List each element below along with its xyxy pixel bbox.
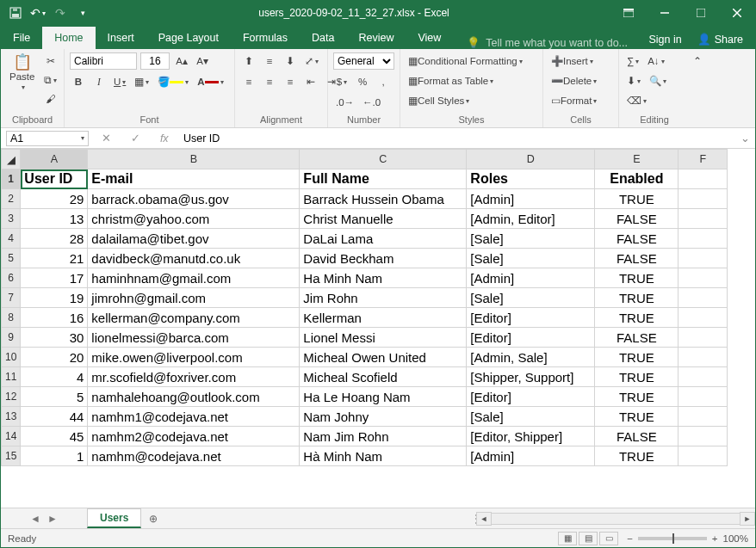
sheet-tab-users[interactable]: Users (87, 508, 141, 528)
cell[interactable]: lionelmessi@barca.com (88, 328, 300, 348)
cell[interactable] (679, 268, 728, 288)
tab-home[interactable]: Home (42, 27, 95, 49)
cell[interactable] (679, 427, 728, 446)
italic-button[interactable]: I (90, 73, 108, 90)
align-top-button[interactable]: ⬆ (240, 52, 257, 70)
cell[interactable]: DaLai Lama (300, 229, 467, 249)
increase-font-button[interactable]: A▴ (173, 52, 190, 70)
paste-button[interactable]: 📋 Paste ▾ (6, 52, 38, 93)
cell[interactable]: Christ Manuelle (300, 209, 467, 229)
row-header[interactable]: 14 (2, 427, 21, 446)
cell[interactable]: 45 (21, 427, 88, 446)
cell[interactable]: mike.owen@liverpool.com (88, 348, 300, 367)
cell[interactable]: Kellerman (300, 308, 467, 328)
cell[interactable]: TRUE (595, 308, 679, 328)
cell[interactable]: 5 (21, 387, 88, 407)
cancel-formula-button[interactable]: ✕ (96, 132, 116, 145)
cell[interactable]: [Sale] (467, 288, 595, 308)
scroll-right-button[interactable]: ► (740, 512, 755, 526)
cell[interactable]: [Sale] (467, 407, 595, 427)
page-break-view-button[interactable]: ▭ (599, 532, 618, 545)
cell[interactable]: 4 (21, 367, 88, 387)
cell[interactable]: Nam Jim Rohn (300, 427, 467, 446)
cell[interactable]: FALSE (595, 328, 679, 348)
cell[interactable] (679, 169, 728, 189)
cell[interactable]: jimrohn@gmail.com (88, 288, 300, 308)
cell[interactable]: mr.scofield@foxriver.com (88, 367, 300, 387)
cell[interactable]: 44 (21, 407, 88, 427)
cell[interactable]: namhm1@codejava.net (88, 407, 300, 427)
enter-formula-button[interactable]: ✓ (126, 132, 146, 145)
cell[interactable]: TRUE (595, 189, 679, 209)
cell[interactable]: 21 (21, 249, 88, 268)
fill-button[interactable]: ⬇▾ (624, 72, 643, 89)
cell[interactable]: David Beckham (300, 249, 467, 268)
row-header[interactable]: 4 (2, 229, 21, 249)
cell-styles-button[interactable]: ▦ Cell Styles▾ (406, 92, 542, 109)
format-cells-button[interactable]: ▭ Format▾ (548, 92, 617, 109)
cell[interactable]: [Editor] (467, 387, 595, 407)
cell[interactable]: [Admin, Sale] (467, 348, 595, 367)
insert-cells-button[interactable]: ➕ Insert▾ (548, 52, 617, 70)
autosum-button[interactable]: ∑▾ (624, 52, 641, 70)
cell[interactable]: 17 (21, 268, 88, 288)
align-bottom-button[interactable]: ⬇ (282, 52, 299, 70)
collapse-ribbon-button[interactable]: ⌃ (689, 52, 706, 70)
col-header-D[interactable]: D (467, 150, 595, 169)
cell[interactable] (679, 308, 728, 328)
formula-input[interactable]: User ID (178, 132, 735, 145)
cell[interactable]: 20 (21, 348, 88, 367)
row-header[interactable]: 1 (2, 169, 21, 189)
cell[interactable]: namhalehoang@outlook.com (88, 387, 300, 407)
cell[interactable]: FALSE (595, 427, 679, 446)
decrease-font-button[interactable]: A▾ (194, 52, 211, 70)
cell[interactable]: Micheal Scofield (300, 367, 467, 387)
tab-page-layout[interactable]: Page Layout (146, 27, 231, 49)
cell[interactable]: TRUE (595, 407, 679, 427)
conditional-formatting-button[interactable]: ▦ Conditional Formatting▾ (406, 52, 542, 70)
bold-button[interactable]: B (70, 73, 87, 90)
cell[interactable]: Ha Le Hoang Nam (300, 387, 467, 407)
expand-formula-bar-button[interactable]: ⌄ (735, 132, 755, 145)
find-select-button[interactable]: 🔍▾ (647, 72, 669, 89)
cell[interactable]: 28 (21, 229, 88, 249)
col-header-A[interactable]: A (21, 150, 88, 169)
cell[interactable]: 29 (21, 189, 88, 209)
cell[interactable] (679, 288, 728, 308)
undo-icon[interactable]: ↶▾ (30, 5, 46, 21)
cell[interactable]: [Editor] (467, 328, 595, 348)
cell[interactable]: [Admin] (467, 268, 595, 288)
cell[interactable]: FALSE (595, 249, 679, 268)
cell[interactable]: FALSE (595, 229, 679, 249)
name-box[interactable]: A1▾ (6, 131, 89, 146)
cell[interactable]: TRUE (595, 288, 679, 308)
align-left-button[interactable]: ≡ (240, 73, 257, 90)
new-sheet-button[interactable]: ⊕ (141, 508, 165, 528)
tab-file[interactable]: File (1, 27, 42, 49)
row-header[interactable]: 15 (2, 446, 21, 466)
sheet-nav-next-icon[interactable]: ► (47, 513, 58, 525)
cell[interactable]: TRUE (595, 367, 679, 387)
close-icon[interactable] (719, 1, 755, 25)
cell[interactable]: Nam Johny (300, 407, 467, 427)
cell[interactable]: Barrack Hussein Obama (300, 189, 467, 209)
row-header[interactable]: 6 (2, 268, 21, 288)
qat-customize-icon[interactable]: ▾ (75, 5, 90, 21)
comma-button[interactable]: , (375, 73, 392, 90)
cell[interactable]: 30 (21, 328, 88, 348)
normal-view-button[interactable]: ▦ (558, 532, 577, 545)
cell[interactable] (679, 189, 728, 209)
col-header-F[interactable]: F (679, 150, 728, 169)
fx-button[interactable]: fx (155, 132, 174, 145)
font-name-input[interactable] (70, 52, 137, 70)
col-header-C[interactable]: C (300, 150, 467, 169)
cell[interactable] (679, 387, 728, 407)
cell[interactable]: TRUE (595, 387, 679, 407)
align-right-button[interactable]: ≡ (282, 73, 299, 90)
horizontal-scrollbar[interactable]: ⋮ ◄ ► (471, 508, 755, 528)
spreadsheet-grid[interactable]: ◢ A B C D E F 1User IDE-mailFull NameRol… (1, 149, 755, 508)
cell[interactable]: haminhnam@gmail.com (88, 268, 300, 288)
clear-button[interactable]: ⌫▾ (624, 92, 649, 109)
row-header[interactable]: 11 (2, 367, 21, 387)
decrease-decimal-button[interactable]: ←.0 (360, 94, 383, 111)
